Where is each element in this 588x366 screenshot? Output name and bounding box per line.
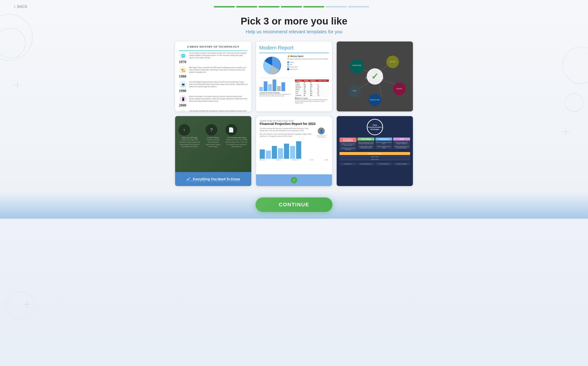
- fin-selected-overlay: ○: [256, 174, 332, 186]
- tech-item-2000: 📱 2000 Before this decade, a cell phone …: [179, 95, 248, 107]
- progress-segment-2: [236, 6, 257, 8]
- team-col-creative: Creative Strategy Stay on Topic Start on…: [339, 152, 410, 161]
- card-design-thinking-inner: DESIGN THINKING EMPATHIZE DEFINE IDEATE: [337, 41, 413, 111]
- tech-teal-bar: [179, 50, 248, 51]
- fin-body-text-2: With a 3% reduction in churn and success…: [260, 133, 312, 137]
- report-title: Modern Report: [259, 45, 329, 51]
- selected-checkmark-icon: ✓: [371, 71, 379, 82]
- back-chevron-icon: ‹: [14, 4, 15, 9]
- table-section: CategoryBudgetExpenseBudget Expense Phon…: [295, 79, 329, 104]
- fin-bar-1: [260, 149, 265, 159]
- team-content: Team Communication Strategies Performanc…: [337, 116, 413, 186]
- design-thinking-selected-overlay: ✓: [337, 41, 413, 111]
- progress-segment-1: [214, 6, 235, 8]
- report-bottom: 📊 Expense By Sub-Categories Total expens…: [259, 79, 329, 104]
- tech-desc-2010: This decade was filled with innovations,…: [189, 110, 248, 111]
- card-financial-projection[interactable]: Graphic Gorilla The Online Design Studio…: [256, 116, 332, 186]
- tech-icon-1980: 🏗️: [179, 66, 187, 74]
- tech-icon-2010: 💡: [179, 110, 187, 111]
- card-tech-history[interactable]: A BRIEF HISTORY OF TECHNOLOGY 🌐 1970 The…: [175, 41, 251, 111]
- pie-chart: [259, 55, 285, 76]
- fin-bar-7: [296, 141, 301, 159]
- expense-table: CategoryBudgetExpenseBudget Expense Phon…: [295, 79, 329, 97]
- fin-body-area: This report examines the past year's cor…: [260, 128, 328, 139]
- report-divider: [259, 78, 329, 78]
- tech-icon-1970: 🌐: [179, 52, 187, 60]
- dg-arrow-icon: ↑: [178, 124, 190, 136]
- fin-bar-6: [290, 146, 295, 159]
- report-chart-area: 💰 Money Spent Summary of how much money …: [259, 55, 329, 76]
- dg-filing-icon: 📄: [225, 124, 237, 136]
- tech-history-title: A BRIEF HISTORY OF TECHNOLOGY: [179, 45, 248, 48]
- dg-item-3: 📄 Get Familiar with Filing A word to the…: [225, 124, 248, 148]
- dg-item-2: ? A Sure Thing? A word to the wise: the …: [206, 124, 221, 148]
- continue-button[interactable]: CONTINUE: [256, 198, 333, 212]
- dark-slides-checkmark-icon: ✓: [186, 176, 191, 182]
- fin-avatar-area: 👤 — Annual Revenue — Annual Expense: [314, 128, 328, 139]
- card-financial-inner: Graphic Gorilla The Online Design Studio…: [256, 116, 332, 186]
- team-col-goal-header: Goal Setting: [357, 137, 374, 141]
- card-modern-report[interactable]: Modern Report 💰 Money Spent Summar: [256, 41, 332, 111]
- bar-chart-section: 📊 Expense By Sub-Categories Total expens…: [259, 79, 293, 104]
- card-tech-history-content: A BRIEF HISTORY OF TECHNOLOGY 🌐 1970 The…: [175, 41, 251, 111]
- page-subtitle: Help us recommend relevant templates for…: [0, 29, 588, 35]
- tech-desc-1990: The technological advancements made in t…: [189, 81, 248, 88]
- dark-slides-selected-overlay: ✓ Everything You Need To Know: [175, 172, 251, 186]
- fin-select-icon: ○: [291, 177, 297, 183]
- design-content: DESIGN THINKING EMPATHIZE DEFINE IDEATE: [337, 41, 413, 111]
- fin-studio: Graphic Gorilla The Online Design Studio: [260, 120, 328, 122]
- team-columns: Performance Expectations Celebrate achie…: [339, 137, 410, 161]
- tech-item-1990: 💻 1990 The technological advancements ma…: [179, 81, 248, 93]
- tech-desc-1980: After Apple, other companies like IBM st…: [189, 66, 248, 73]
- progress-segment-4: [281, 6, 302, 8]
- dark-slides-icons-row: ↑ Buy Low, Sell High A word to the wise:…: [178, 124, 248, 148]
- report-content: Modern Report 💰 Money Spent Summar: [256, 41, 332, 111]
- back-button[interactable]: ‹ BACK: [14, 4, 28, 9]
- fin-bar-5: [284, 144, 289, 159]
- card-modern-report-inner: Modern Report 💰 Money Spent Summar: [256, 41, 332, 111]
- dg-item-1: ↑ Buy Low, Sell High A word to the wise:…: [178, 124, 201, 148]
- page-title: Pick 3 or more you like: [0, 16, 588, 27]
- tech-year-1970: 1970: [179, 60, 187, 64]
- team-bottom-row: Build lesson Provide opportunity Traffic…: [339, 162, 410, 165]
- fin-title: Financial Projection Report for 2023: [260, 122, 328, 126]
- tech-item-1980: 🏗️ 1980 After Apple, other companies lik…: [179, 66, 248, 79]
- selected-check-circle: ✓: [367, 68, 383, 85]
- top-bar: ‹ BACK: [0, 0, 588, 13]
- progress-segment-3: [259, 6, 280, 8]
- card-dark-slides-inner: ↑ Buy Low, Sell High A word to the wise:…: [175, 116, 251, 186]
- fin-legend: — Annual Revenue — Annual Expense: [314, 135, 328, 138]
- fin-labels: $635,000$989,475$1,086,000$1,706$1,785: [260, 159, 328, 161]
- money-spent-info: 💰 Money Spent Summary of how much money …: [287, 55, 328, 76]
- team-col-tools-header: Tools: [393, 137, 410, 141]
- card-team-communication[interactable]: Team Communication Strategies Performanc…: [337, 116, 413, 186]
- progress-segment-5: [303, 6, 324, 8]
- card-team-comm-inner: Team Communication Strategies Performanc…: [337, 116, 413, 186]
- team-col-transparency-header: Transparency: [375, 137, 392, 141]
- fin-bar-chart: [260, 140, 328, 159]
- progress-bar: [214, 6, 369, 8]
- team-col-performance: Performance Expectations Celebrate achie…: [339, 137, 357, 151]
- tech-item-1970: 🌐 1970 The first Apple computer was rele…: [179, 52, 248, 64]
- tech-year-2000: 2000: [179, 103, 187, 107]
- team-col-transparency: Transparency Discuss and deliver priorit…: [375, 137, 392, 151]
- fin-body-text: This report examines the past year's cor…: [260, 128, 312, 132]
- tech-desc-1970: The first Apple computer was released in…: [189, 52, 248, 59]
- card-design-thinking[interactable]: DESIGN THINKING EMPATHIZE DEFINE IDEATE: [337, 41, 413, 111]
- back-label: BACK: [17, 5, 28, 9]
- tech-icon-2000: 📱: [179, 95, 187, 103]
- team-col-goal: Goal Setting Set and communicate view sh…: [357, 137, 374, 151]
- team-col-creative-header: Creative Strategy: [339, 152, 410, 155]
- report-line: [259, 53, 329, 53]
- card-tech-history-inner: A BRIEF HISTORY OF TECHNOLOGY 🌐 1970 The…: [175, 41, 251, 111]
- team-circle-label: Team Communication Strategies: [367, 124, 382, 130]
- dark-slides-selected-text: Everything You Need To Know: [193, 177, 240, 181]
- fin-bar-2: [266, 151, 271, 159]
- card-dark-slides[interactable]: ↑ Buy Low, Sell High A word to the wise:…: [175, 116, 251, 186]
- team-col-tools: Tools Adopt managing: Jira, Google Dashb…: [393, 137, 410, 151]
- fin-header: Graphic Gorilla The Online Design Studio…: [260, 120, 328, 126]
- team-circle-title: Team Communication Strategies: [367, 119, 383, 135]
- page-wrapper: ‹ BACK Pick 3 or more you like Help us r…: [0, 0, 588, 366]
- bar-chart: [259, 79, 293, 91]
- dg-question-icon: ?: [206, 124, 217, 136]
